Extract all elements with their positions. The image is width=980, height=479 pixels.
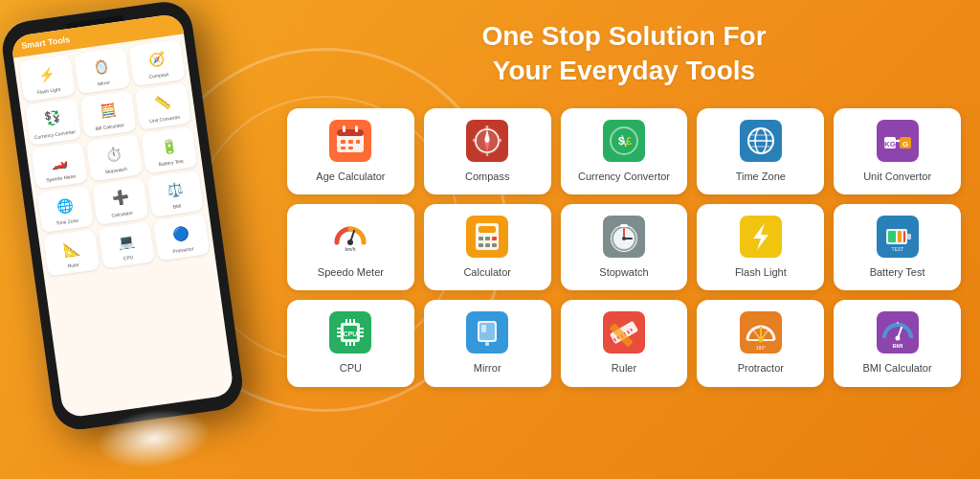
svg-rect-5 (341, 140, 345, 144)
phone-icon-battery: 🔋 Battery Test (141, 126, 197, 173)
phone-icon-ruler: 📐 Ruler (43, 229, 100, 276)
mirror-icon (466, 311, 508, 354)
calculator-icon (466, 216, 508, 258)
phone-icon-unit: 📏 Unit Convertor (135, 83, 191, 130)
phone-icon-protractor: 🔵 Protractor (153, 214, 210, 261)
phone-icon-flash: ⚡ Flash Light (19, 55, 76, 102)
compass-label: Compass (465, 170, 509, 183)
svg-rect-3 (343, 125, 345, 132)
ruler-icon (603, 311, 645, 354)
phone-icon-timezone: 🌐 Time Zone (37, 186, 94, 233)
svg-rect-61 (898, 231, 902, 242)
tool-card-calculator[interactable]: Calculator (424, 204, 551, 290)
svg-text:TEST: TEST (891, 246, 903, 252)
ruler-label: Ruler (612, 361, 636, 375)
cpu-label: CPU (340, 361, 362, 375)
tool-card-stopwatch[interactable]: Stopwatch (561, 204, 688, 290)
svg-rect-41 (479, 226, 496, 233)
svg-rect-60 (888, 231, 896, 242)
tool-card-age-calculator[interactable]: Age Calculator (287, 108, 414, 194)
svg-text:E: E (500, 138, 502, 143)
svg-text:S: S (486, 152, 489, 157)
currency-label: Currency Convertor (578, 170, 670, 183)
tool-card-unit[interactable]: KG G Unit Convertor (834, 108, 961, 194)
svg-point-103 (895, 336, 900, 341)
unit-icon: KG G (877, 120, 919, 162)
svg-rect-51 (620, 224, 628, 227)
svg-rect-47 (492, 243, 497, 247)
phone-icon-calculator: ➕ Calculator (92, 178, 148, 225)
tool-card-ruler[interactable]: Ruler (561, 300, 688, 386)
timezone-label: Time Zone (736, 170, 786, 183)
tool-card-speedo[interactable]: km/h Speedo Meter (287, 204, 414, 290)
svg-rect-6 (348, 140, 353, 144)
calculator-label: Calculator (463, 265, 511, 279)
tool-card-compass[interactable]: N S W E Compass (424, 108, 551, 194)
svg-rect-83 (481, 325, 486, 332)
svg-text:W: W (473, 138, 477, 143)
svg-point-15 (485, 139, 489, 143)
svg-text:180°: 180° (756, 345, 766, 351)
speedo-label: Speedo Meter (318, 265, 384, 279)
tool-card-timezone[interactable]: Time Zone (697, 108, 824, 194)
phone-icon-currency: 💱 Currency Converter (25, 99, 81, 146)
battery-label: Battery Test (870, 265, 925, 279)
mirror-label: Mirror (474, 361, 501, 375)
svg-rect-44 (492, 237, 497, 240)
svg-rect-46 (485, 243, 490, 247)
phone-icons-grid: ⚡ Flash Light 🪞 Mirror 🧭 Compass 💱 Curre… (13, 34, 215, 282)
phone-icon-compass: 🧭 Compass (128, 39, 185, 86)
bmi-label: BMI Calculator (863, 361, 932, 375)
phone-icon-speedo: 🏎️ Speedo Meter (31, 142, 87, 189)
svg-rect-45 (479, 243, 483, 247)
svg-rect-2 (337, 129, 364, 136)
svg-rect-43 (485, 237, 490, 240)
svg-rect-84 (485, 342, 489, 346)
phone-icon-mirror: 🪞 Mirror (74, 47, 130, 94)
svg-text:km/h: km/h (345, 246, 356, 252)
svg-text:G: G (902, 140, 907, 148)
tool-card-currency[interactable]: $ £ Currency Convertor (561, 108, 688, 194)
bmi-icon: BMI ● (877, 311, 919, 354)
svg-point-54 (622, 237, 626, 240)
svg-rect-59 (907, 234, 911, 240)
right-content-panel: One Stop Solution For Your Everyday Tool… (268, 0, 980, 479)
unit-label: Unit Convertor (863, 170, 931, 183)
svg-rect-4 (355, 125, 358, 132)
tool-card-bmi[interactable]: BMI ● BMI Calculator (834, 300, 961, 386)
currency-icon: $ £ (603, 120, 645, 162)
tools-grid: Age Calculator N S W E Compass (287, 108, 961, 387)
svg-rect-8 (341, 147, 345, 149)
tool-card-protractor[interactable]: 180° Protractor (697, 300, 824, 386)
svg-point-37 (347, 240, 353, 245)
svg-rect-9 (348, 147, 353, 149)
flash-icon (740, 216, 782, 258)
phone-icon-cpu: 💻 CPU (99, 221, 155, 268)
tool-card-battery[interactable]: TEST Battery Test (834, 204, 961, 290)
tool-card-mirror[interactable]: Mirror (424, 300, 551, 386)
svg-point-99 (758, 338, 763, 343)
svg-text:BMI: BMI (892, 343, 902, 349)
tool-card-flash[interactable]: Flash Light (697, 204, 824, 290)
battery-icon: TEST (877, 216, 919, 258)
compass-icon: N S W E (466, 120, 508, 162)
phone-icon-bill: 🧮 Bill Calculator (79, 91, 136, 138)
svg-text:N: N (486, 125, 489, 129)
protractor-icon: 180° (740, 311, 782, 354)
stopwatch-label: Stopwatch (599, 265, 648, 279)
phone-icon-bmi: ⚖️ BMI (147, 171, 204, 217)
flash-label: Flash Light (735, 265, 787, 279)
tool-card-cpu[interactable]: CPU CPU (287, 300, 414, 386)
tagline: One Stop Solution For Your Everyday Tool… (287, 19, 961, 89)
age-calculator-icon (329, 120, 371, 162)
protractor-label: Protractor (738, 361, 784, 375)
timezone-icon (740, 120, 782, 162)
stopwatch-icon (603, 216, 645, 258)
phone-icon-stopwatch: ⏱️ Stopwatch (86, 134, 143, 181)
svg-rect-62 (903, 231, 905, 242)
svg-rect-42 (479, 237, 483, 240)
speedo-icon: km/h (329, 216, 371, 258)
svg-text:£: £ (626, 135, 632, 147)
cpu-icon: CPU (329, 311, 371, 354)
svg-text:KG: KG (884, 140, 896, 148)
